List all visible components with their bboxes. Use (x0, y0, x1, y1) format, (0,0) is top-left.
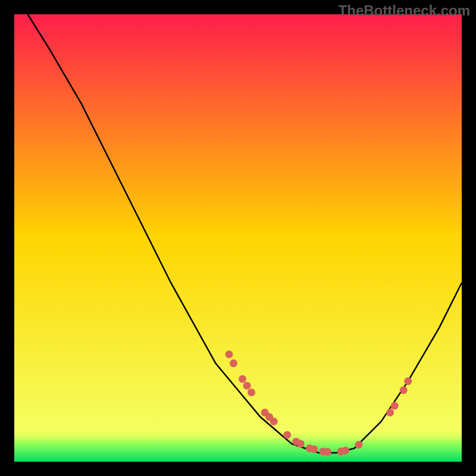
data-marker (239, 375, 246, 383)
svg-rect-0 (14, 14, 462, 462)
data-marker (324, 448, 331, 456)
data-marker (386, 409, 394, 416)
data-marker (230, 359, 237, 367)
data-marker (248, 389, 255, 396)
watermark-text: TheBottleneck.com (339, 2, 470, 19)
data-marker (225, 350, 233, 358)
data-marker (391, 402, 399, 410)
data-marker (404, 377, 412, 385)
data-marker (310, 445, 318, 453)
chart-svg (14, 14, 462, 462)
data-marker (243, 382, 251, 390)
plot-area (14, 14, 462, 462)
data-marker (342, 447, 349, 455)
data-marker (270, 418, 278, 425)
data-marker (283, 431, 291, 439)
data-marker (297, 440, 305, 447)
data-marker (355, 441, 363, 449)
data-marker (400, 386, 408, 394)
chart-container: TheBottleneck.com (0, 0, 476, 476)
